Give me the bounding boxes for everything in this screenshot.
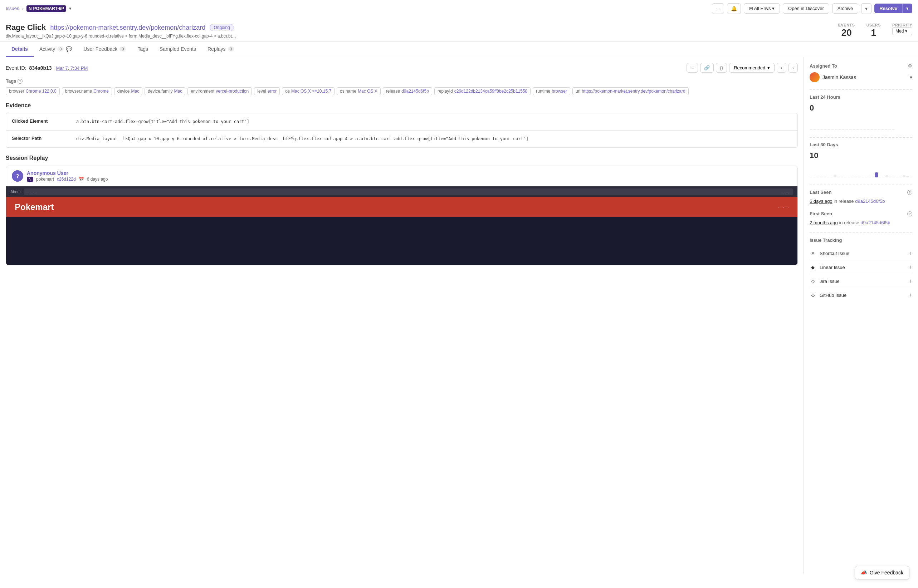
tracking-add-button[interactable]: + [909, 264, 912, 270]
last-seen-info-icon[interactable]: ? [907, 190, 912, 195]
tag-item[interactable]: runtimebrowser [533, 87, 570, 95]
replay-avatar: ? [12, 170, 23, 182]
give-feedback-button[interactable]: 📣 Give Feedback [855, 566, 910, 574]
prev-event-button[interactable]: ‹ [777, 63, 786, 73]
tracking-add-button[interactable]: + [909, 278, 912, 284]
tag-item[interactable]: replayIdc26d122db2134ca59ff8be2c25b11558 [434, 87, 530, 95]
chart-bar [874, 129, 877, 130]
last-seen-title: Last Seen ? [810, 189, 912, 195]
main-layout: Event ID: 834a0b13 Mar 7, 7:34 PM ··· 🔗 … [0, 57, 918, 574]
tracking-item-left: ◇Jira Issue [810, 278, 840, 284]
tab-user-feedback[interactable]: User Feedback 0 [78, 42, 132, 57]
tag-item[interactable]: urlhttps://pokemon-market.sentry.dev/pok… [572, 87, 688, 95]
chart-bar [870, 129, 873, 130]
tags-info-icon[interactable]: ? [18, 79, 23, 84]
issue-header: Rage Click https://pokemon-market.sentry… [0, 17, 918, 42]
issue-title-row: Rage Click https://pokemon-market.sentry… [6, 23, 912, 39]
recommended-chevron: ▾ [768, 65, 770, 71]
tag-key: os [285, 89, 290, 94]
assigned-row: Jasmin Kassas ▾ [810, 72, 912, 82]
first-seen-info-icon[interactable]: ? [907, 212, 912, 216]
user-feedback-badge: 0 [120, 47, 126, 52]
tab-replays[interactable]: Replays 3 [202, 42, 240, 57]
tag-item[interactable]: browser.nameChrome [62, 87, 112, 95]
event-link-button[interactable]: 🔗 [700, 63, 714, 73]
clicked-element-value: a.btn.btn-cart-add.flex-grow[title="Add … [71, 113, 797, 130]
chart-bar [872, 177, 875, 178]
activity-chat-icon: 💬 [66, 46, 72, 52]
priority-label: PRIORITY [892, 23, 912, 27]
chart-bar [865, 177, 868, 178]
next-event-button[interactable]: › [789, 63, 798, 73]
resolve-button[interactable]: Resolve [874, 3, 902, 13]
last-seen-release[interactable]: d9a2145d6f5b [855, 199, 885, 204]
tab-activity[interactable]: Activity 0 💬 [34, 42, 78, 57]
tag-item[interactable]: deviceMac [114, 87, 142, 95]
last-30d-value: 10 [810, 151, 912, 160]
evidence-section: Evidence Clicked Element a.btn.btn-cart-… [6, 102, 798, 148]
chart-bar [892, 129, 895, 130]
tag-item[interactable]: environmentvercel-production [187, 87, 252, 95]
event-id-value: 834a0b13 [29, 65, 52, 71]
tracking-item-left: ✕Shortcut Issue [810, 250, 849, 257]
tracking-item-jira[interactable]: ◇Jira Issue+ [810, 274, 912, 288]
replay-user-name[interactable]: Anonymous User [27, 170, 108, 176]
session-replay-title: Session Replay [6, 155, 798, 161]
assigned-user[interactable]: Jasmin Kassas [810, 72, 856, 82]
tag-key: runtime [536, 89, 550, 94]
tracking-item-label: Jira Issue [819, 279, 840, 284]
users-stat: USERS 1 [866, 23, 881, 38]
recommended-button[interactable]: Recommended ▾ [729, 63, 774, 73]
chart-bar [858, 177, 861, 178]
issue-url[interactable]: https://pokemon-market.sentry.dev/pokemo… [50, 24, 206, 31]
tag-item[interactable]: browserChrome 122.0.0 [6, 87, 60, 95]
tag-value: Mac [131, 89, 139, 94]
tag-item[interactable]: released9a2145d6f5b [383, 87, 432, 95]
github-icon: ⊙ [810, 292, 816, 298]
event-json-button[interactable]: {} [716, 63, 727, 73]
env-dropdown[interactable]: ⊞ All Envs ▾ [744, 3, 780, 14]
event-more-button[interactable]: ··· [687, 63, 698, 73]
tag-item[interactable]: osMac OS X >=10.15.7 [282, 87, 335, 95]
recommended-label: Recommended [734, 65, 765, 71]
replay-preview: About ········· ··· ··· Pokemart · · · ·… [6, 186, 797, 265]
chart-bar [835, 129, 837, 130]
archive-button[interactable]: Archive [832, 3, 858, 14]
main-content: Event ID: 834a0b13 Mar 7, 7:34 PM ··· 🔗 … [0, 57, 803, 574]
tracking-add-button[interactable]: + [909, 292, 912, 298]
notifications-button[interactable]: 🔔 [727, 3, 741, 14]
resolve-dropdown[interactable]: ▾ [902, 3, 912, 13]
event-date[interactable]: Mar 7, 7:34 PM [56, 65, 88, 71]
open-discover-button[interactable]: Open in Discover [783, 3, 829, 14]
assigned-dropdown-chevron[interactable]: ▾ [910, 74, 912, 80]
event-id-label: Event ID: [6, 65, 26, 71]
tracking-item-shortcut[interactable]: ✕Shortcut Issue+ [810, 246, 912, 260]
tracking-add-button[interactable]: + [909, 250, 912, 257]
tracking-item-linear[interactable]: ◆Linear Issue+ [810, 260, 912, 274]
tab-details[interactable]: Details [6, 42, 34, 57]
more-button[interactable]: ··· [712, 3, 724, 14]
tag-item[interactable]: device.familyMac [144, 87, 185, 95]
chart-bar [834, 174, 836, 178]
archive-dropdown[interactable]: ▾ [861, 3, 871, 14]
tab-tags[interactable]: Tags [132, 42, 154, 57]
tag-item[interactable]: levelerror [254, 87, 280, 95]
pokemart-name: Pokemart [15, 202, 54, 212]
priority-badge[interactable]: Med ▾ [892, 27, 912, 35]
last-24h-chart [810, 116, 912, 130]
first-seen-release[interactable]: d9a2145d6f5b [860, 220, 890, 225]
replay-id[interactable]: c26d122d [57, 177, 76, 182]
tag-key: device [117, 89, 130, 94]
tab-sampled-events[interactable]: Sampled Events [154, 42, 202, 57]
issue-title-left: Rage Click https://pokemon-market.sentry… [6, 23, 236, 39]
gear-icon[interactable]: ⚙ [908, 63, 912, 69]
chart-bar [899, 177, 902, 178]
dropdown-chevron[interactable]: ▾ [69, 6, 71, 11]
chart-bar [892, 177, 895, 178]
event-controls: ··· 🔗 {} Recommended ▾ ‹ › [687, 63, 798, 73]
replay-project-badge: N [27, 177, 33, 182]
tag-item[interactable]: os.nameMac OS X [337, 87, 381, 95]
chart-bar [841, 177, 844, 178]
issues-link[interactable]: Issues [6, 6, 19, 11]
tracking-item-github[interactable]: ⊙GitHub Issue+ [810, 288, 912, 302]
